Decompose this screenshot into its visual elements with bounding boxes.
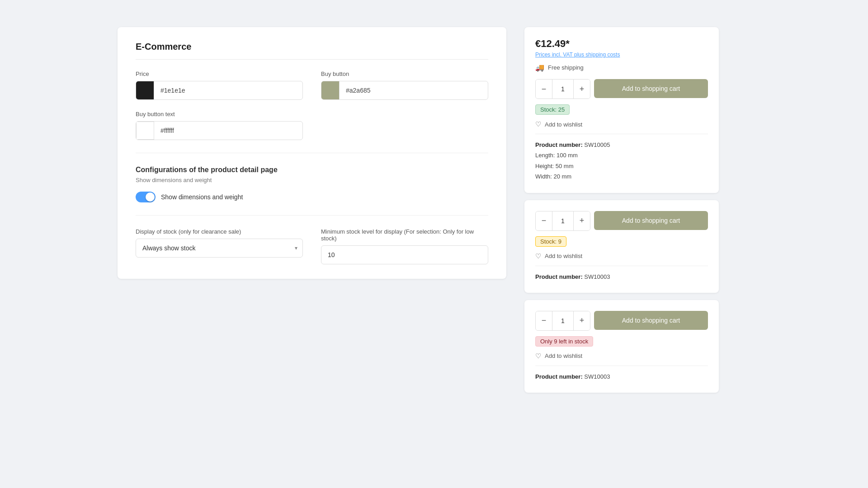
buy-button-text-color-group: Buy button text	[136, 111, 303, 140]
product-1-details: Product number: SW10005 Length: 100 mm H…	[535, 140, 708, 182]
product-1-shipping-text: Free shipping	[548, 64, 584, 71]
right-panel: €12.49* Prices incl. VAT plus shipping c…	[524, 27, 719, 393]
product-3-wishlist-label: Add to wishlist	[545, 352, 582, 359]
product-card-1: €12.49* Prices incl. VAT plus shipping c…	[524, 27, 719, 193]
price-color-input-wrapper	[136, 81, 303, 100]
product-2-qty-decrease[interactable]: −	[536, 211, 552, 230]
toggle-label: Show dimensions and weight	[161, 193, 243, 201]
price-color-swatch[interactable]	[136, 81, 154, 99]
product-1-vat-link[interactable]: Prices incl. VAT plus shipping costs	[535, 52, 708, 58]
product-3-qty-increase[interactable]: +	[574, 311, 590, 330]
page-layout: E-Commerce Price Buy button	[118, 27, 750, 393]
product-3-number-value: SW10003	[584, 373, 610, 380]
product-2-number-value: SW10003	[584, 273, 610, 280]
product-1-qty-control: − +	[535, 79, 590, 99]
divider-1	[136, 153, 488, 153]
product-3-stock-badge: Only 9 left in stock	[535, 336, 593, 347]
toggle-row: Show dimensions and weight	[136, 192, 488, 202]
product-1-cart-row: − + Add to shopping cart	[535, 79, 708, 99]
config-title: Configurations of the product detail pag…	[136, 166, 488, 174]
color-row-2: Buy button text	[136, 111, 488, 140]
buy-button-color-swatch[interactable]	[321, 81, 340, 99]
buy-button-text-color-text-input[interactable]	[154, 122, 302, 139]
product-1-wishlist-row[interactable]: ♡ Add to wishlist	[535, 120, 708, 134]
product-1-add-cart-button[interactable]: Add to shopping cart	[594, 79, 708, 98]
color-row-1: Price Buy button	[136, 70, 488, 100]
buy-button-text-label: Buy button text	[136, 111, 303, 117]
bottom-row: Display of stock (only for clearance sal…	[136, 228, 488, 264]
product-2-add-cart-button[interactable]: Add to shopping cart	[594, 211, 708, 230]
price-label: Price	[136, 70, 303, 77]
show-dimensions-subtitle: Show dimensions and weight	[136, 177, 488, 183]
stock-display-select-wrapper: Always show stock Only for low stock Nev…	[136, 239, 303, 258]
product-3-number-label: Product number:	[535, 373, 583, 380]
heart-icon: ♡	[535, 120, 541, 128]
product-3-details: Product number: SW10003	[535, 371, 708, 382]
product-1-number-label: Product number:	[535, 141, 583, 148]
product-3-qty-control: − +	[535, 311, 590, 331]
product-1-stock-badge: Stock: 25	[535, 104, 570, 115]
buy-button-text-color-swatch[interactable]	[136, 122, 154, 140]
product-2-number-label: Product number:	[535, 273, 583, 280]
product-2-stock-badge: Stock: 9	[535, 236, 566, 247]
product-3-cart-row: − + Add to shopping cart	[535, 311, 708, 331]
stock-display-select[interactable]: Always show stock Only for low stock Nev…	[136, 239, 303, 258]
heart-icon-3: ♡	[535, 352, 541, 360]
section-title: E-Commerce	[136, 42, 488, 60]
product-3-wishlist-row[interactable]: ♡ Add to wishlist	[535, 352, 708, 366]
min-stock-label: Minimum stock level for display (For sel…	[321, 228, 488, 242]
stock-display-label: Display of stock (only for clearance sal…	[136, 228, 303, 235]
buy-button-color-input-wrapper	[321, 81, 488, 100]
stock-display-group: Display of stock (only for clearance sal…	[136, 228, 303, 264]
product-1-qty-increase[interactable]: +	[574, 80, 590, 99]
price-color-text-input[interactable]	[154, 82, 302, 99]
product-2-wishlist-label: Add to wishlist	[545, 253, 582, 259]
product-2-qty-increase[interactable]: +	[574, 211, 590, 230]
heart-icon-2: ♡	[535, 252, 541, 260]
product-card-2: − + Add to shopping cart Stock: 9 ♡ Add …	[524, 200, 719, 293]
divider-2	[136, 215, 488, 216]
product-2-details: Product number: SW10003	[535, 272, 708, 282]
product-3-add-cart-button[interactable]: Add to shopping cart	[594, 311, 708, 330]
buy-button-color-text-input[interactable]	[340, 82, 488, 99]
placeholder-group	[321, 111, 488, 140]
product-2-cart-row: − + Add to shopping cart	[535, 211, 708, 231]
min-stock-input[interactable]	[321, 245, 488, 264]
show-dimensions-toggle[interactable]	[136, 192, 156, 202]
left-panel: E-Commerce Price Buy button	[118, 27, 506, 279]
min-stock-group: Minimum stock level for display (For sel…	[321, 228, 488, 264]
product-1-price: €12.49*	[535, 38, 708, 50]
product-1-shipping-row: 🚚 Free shipping	[535, 63, 708, 72]
buy-button-color-group: Buy button	[321, 70, 488, 100]
product-2-qty-control: − +	[535, 211, 590, 231]
product-1-qty-input[interactable]	[552, 80, 574, 99]
buy-button-text-color-input-wrapper	[136, 121, 303, 140]
product-1-number-value: SW10005	[584, 141, 610, 148]
shipping-icon: 🚚	[535, 63, 544, 72]
price-color-group: Price	[136, 70, 303, 100]
product-card-3: − + Add to shopping cart Only 9 left in …	[524, 300, 719, 393]
buy-button-label: Buy button	[321, 70, 488, 77]
settings-card: E-Commerce Price Buy button	[118, 27, 506, 279]
product-3-qty-input[interactable]	[552, 311, 574, 330]
product-3-qty-decrease[interactable]: −	[536, 311, 552, 330]
product-2-qty-input[interactable]	[552, 211, 574, 230]
product-1-wishlist-label: Add to wishlist	[545, 121, 582, 128]
product-1-qty-decrease[interactable]: −	[536, 80, 552, 99]
product-2-wishlist-row[interactable]: ♡ Add to wishlist	[535, 252, 708, 266]
